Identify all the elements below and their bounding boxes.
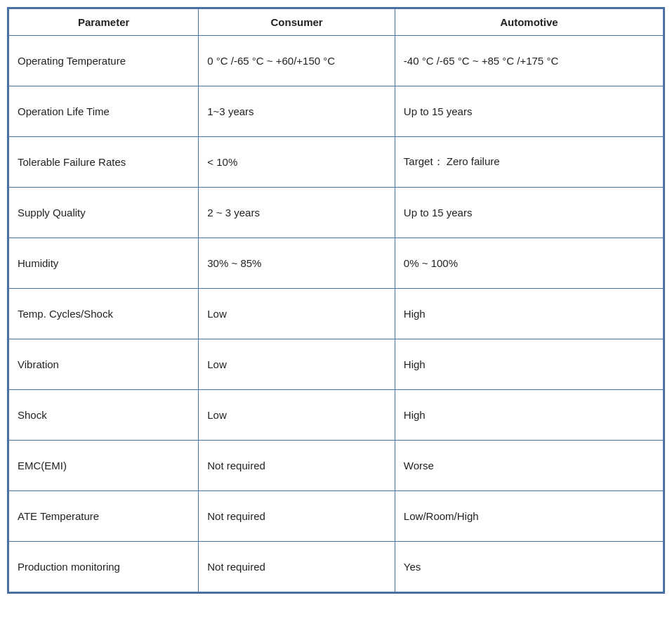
table-row: ATE TemperatureNot requiredLow/Room/High [9,491,664,542]
table-row: EMC(EMI)Not requiredWorse [9,441,664,491]
cell-consumer: Not required [199,491,395,542]
cell-automotive: -40 °C /-65 °C ~ +85 °C /+175 °C [395,36,663,86]
comparison-table: Parameter Consumer Automotive Operating … [8,8,664,592]
cell-param: Vibration [9,339,199,390]
table-row: Humidity30% ~ 85%0% ~ 100% [9,238,664,289]
cell-param: Shock [9,390,199,441]
cell-param: Production monitoring [9,542,199,592]
cell-consumer: Not required [199,441,395,491]
cell-automotive: Target： Zero failure [395,137,663,188]
cell-param: Tolerable Failure Rates [9,137,199,188]
cell-automotive: Low/Room/High [395,491,663,542]
cell-consumer: 30% ~ 85% [199,238,395,289]
cell-automotive: Worse [395,441,663,491]
cell-automotive: 0% ~ 100% [395,238,663,289]
table-row: Tolerable Failure Rates< 10%Target： Zero… [9,137,664,188]
table-row: Temp. Cycles/ShockLowHigh [9,289,664,339]
table-row: Operation Life Time1~3 yearsUp to 15 yea… [9,86,664,137]
cell-param: Supply Quality [9,188,199,238]
comparison-table-wrapper: Parameter Consumer Automotive Operating … [7,7,665,594]
cell-param: Operation Life Time [9,86,199,137]
table-row: VibrationLowHigh [9,339,664,390]
cell-consumer: Low [199,289,395,339]
table-header-row: Parameter Consumer Automotive [9,9,664,36]
cell-consumer: 1~3 years [199,86,395,137]
table-row: Operating Temperature0 °C /-65 °C ~ +60/… [9,36,664,86]
cell-automotive: High [395,339,663,390]
cell-automotive: High [395,289,663,339]
table-row: ShockLowHigh [9,390,664,441]
cell-consumer: 0 °C /-65 °C ~ +60/+150 °C [199,36,395,86]
cell-automotive: Up to 15 years [395,188,663,238]
cell-param: Operating Temperature [9,36,199,86]
header-automotive: Automotive [395,9,663,36]
cell-automotive: High [395,390,663,441]
cell-param: Temp. Cycles/Shock [9,289,199,339]
cell-param: ATE Temperature [9,491,199,542]
cell-param: Humidity [9,238,199,289]
table-row: Production monitoringNot requiredYes [9,542,664,592]
cell-consumer: 2 ~ 3 years [199,188,395,238]
cell-consumer: Low [199,339,395,390]
header-param: Parameter [9,9,199,36]
cell-consumer: Low [199,390,395,441]
cell-consumer: Not required [199,542,395,592]
table-row: Supply Quality2 ~ 3 yearsUp to 15 years [9,188,664,238]
cell-consumer: < 10% [199,137,395,188]
cell-automotive: Up to 15 years [395,86,663,137]
cell-param: EMC(EMI) [9,441,199,491]
header-consumer: Consumer [199,9,395,36]
cell-automotive: Yes [395,542,663,592]
